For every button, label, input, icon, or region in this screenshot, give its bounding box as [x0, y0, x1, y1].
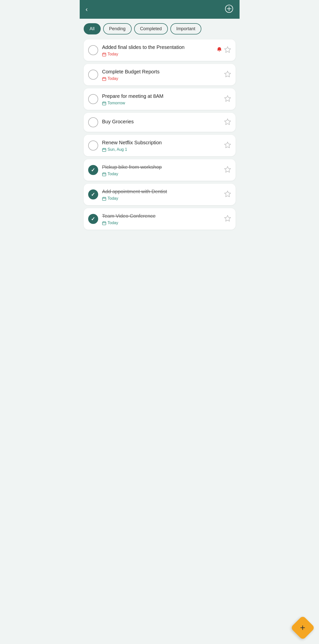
back-button[interactable]: ‹: [86, 6, 88, 13]
task-card: Add appointment with Dentist Today: [84, 184, 236, 205]
star-icon[interactable]: [224, 70, 231, 79]
task-actions: [224, 166, 231, 174]
task-date-text: Today: [108, 52, 118, 56]
svg-rect-8: [102, 78, 106, 80]
task-date: Today: [102, 221, 220, 225]
calendar-icon: [102, 172, 106, 176]
svg-rect-24: [102, 173, 106, 176]
task-checkbox[interactable]: [88, 94, 98, 104]
star-icon[interactable]: [224, 141, 231, 150]
task-actions: [224, 190, 231, 199]
task-date: Tomorrow: [102, 101, 220, 105]
task-content: Team Video Conference Today: [102, 213, 220, 225]
task-date: Today: [102, 172, 220, 176]
task-actions: [224, 70, 231, 79]
task-checkbox[interactable]: [88, 190, 98, 200]
add-task-button[interactable]: [225, 4, 233, 14]
star-icon[interactable]: [224, 166, 231, 174]
task-card: Buy Groceries: [84, 113, 236, 132]
task-checkbox[interactable]: [88, 70, 98, 80]
calendar-icon: [102, 196, 106, 201]
task-title: Pickup bike from workshop: [102, 164, 220, 170]
task-checkbox[interactable]: [88, 214, 98, 224]
filter-bar: AllPendingCompletedImportant: [80, 19, 239, 37]
task-date-text: Today: [108, 172, 118, 176]
calendar-icon: [102, 101, 106, 105]
task-actions: [224, 215, 231, 224]
task-content: Complete Budget Reports Today: [102, 68, 220, 81]
star-icon[interactable]: [224, 46, 231, 55]
svg-rect-29: [102, 198, 106, 200]
calendar-icon: [102, 221, 106, 225]
star-icon[interactable]: [224, 215, 231, 224]
task-card: Added final slides to the Presentation T…: [84, 40, 236, 61]
task-actions: [224, 95, 231, 104]
task-date: Today: [102, 76, 220, 81]
task-date-text: Today: [108, 196, 118, 201]
svg-marker-38: [225, 216, 231, 221]
task-date-text: Today: [108, 221, 118, 225]
task-content: Add appointment with Dentist Today: [102, 188, 220, 201]
task-date-text: Today: [108, 76, 118, 81]
task-card: Complete Budget Reports Today: [84, 64, 236, 85]
task-checkbox[interactable]: [88, 117, 98, 127]
calendar-icon: [102, 76, 106, 81]
star-icon[interactable]: [224, 118, 231, 127]
star-icon[interactable]: [224, 190, 231, 199]
task-date: Today: [102, 52, 213, 56]
svg-marker-12: [225, 71, 231, 77]
task-actions: [224, 118, 231, 127]
svg-marker-7: [225, 47, 231, 52]
task-date-text: Tomorrow: [108, 101, 125, 105]
svg-rect-19: [102, 148, 106, 152]
svg-rect-34: [102, 222, 106, 225]
task-content: Prepare for meeting at 8AM Tomorrow: [102, 93, 220, 105]
task-card: Pickup bike from workshop Today: [84, 159, 236, 181]
task-title: Buy Groceries: [102, 118, 220, 125]
task-title: Complete Budget Reports: [102, 68, 220, 75]
filter-btn-pending[interactable]: Pending: [103, 23, 132, 34]
svg-marker-33: [225, 191, 231, 197]
task-title: Added final slides to the Presentation: [102, 44, 213, 50]
svg-rect-3: [102, 53, 106, 56]
task-actions: [217, 46, 231, 55]
task-list: Added final slides to the Presentation T…: [80, 37, 239, 260]
task-content: Buy Groceries: [102, 118, 220, 126]
task-date: Today: [102, 196, 220, 201]
svg-rect-13: [102, 102, 106, 105]
calendar-icon: [102, 147, 106, 152]
task-card: Prepare for meeting at 8AM Tomorrow: [84, 88, 236, 110]
task-content: Renew Netflix Subscription Sun, Aug 1: [102, 139, 220, 152]
task-checkbox[interactable]: [88, 45, 98, 55]
filter-btn-all[interactable]: All: [84, 23, 101, 34]
task-content: Pickup bike from workshop Today: [102, 164, 220, 176]
task-title: Team Video Conference: [102, 213, 220, 219]
svg-marker-28: [225, 166, 231, 172]
filter-btn-completed[interactable]: Completed: [134, 23, 168, 34]
bell-icon[interactable]: [217, 47, 222, 54]
star-icon[interactable]: [224, 95, 231, 104]
app-header: ‹: [80, 0, 239, 19]
task-title: Renew Netflix Subscription: [102, 139, 220, 146]
task-content: Added final slides to the Presentation T…: [102, 44, 213, 56]
task-title: Add appointment with Dentist: [102, 188, 220, 195]
svg-marker-18: [225, 119, 231, 124]
task-card: Renew Netflix Subscription Sun, Aug 1: [84, 135, 236, 156]
task-title: Prepare for meeting at 8AM: [102, 93, 220, 99]
task-checkbox[interactable]: [88, 140, 98, 150]
filter-btn-important[interactable]: Important: [170, 23, 201, 34]
task-date-text: Sun, Aug 1: [108, 147, 127, 152]
svg-marker-17: [225, 96, 231, 101]
task-checkbox[interactable]: [88, 165, 98, 175]
task-card: Team Video Conference Today: [84, 208, 236, 230]
svg-marker-23: [225, 142, 231, 148]
calendar-icon: [102, 52, 106, 56]
task-actions: [224, 141, 231, 150]
task-date: Sun, Aug 1: [102, 147, 220, 152]
